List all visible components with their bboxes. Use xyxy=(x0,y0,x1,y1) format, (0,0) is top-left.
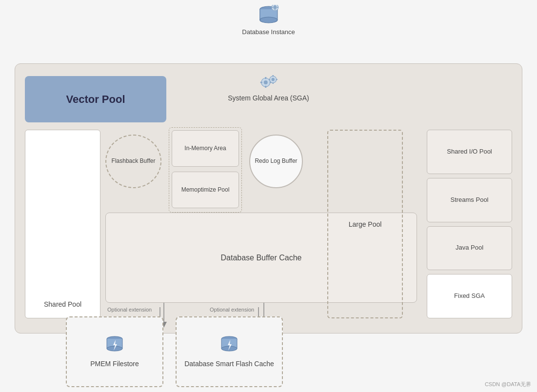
redo-log-buffer: Redo Log Buffer xyxy=(249,135,303,188)
svg-rect-9 xyxy=(272,7,273,8)
svg-point-12 xyxy=(263,80,267,84)
java-pool: Java Pool xyxy=(427,226,512,271)
db-buffer-cache-label: Database Buffer Cache xyxy=(220,254,301,262)
flash-cache-icon xyxy=(218,335,241,355)
flashback-buffer-label: Flashback Buffer xyxy=(112,157,156,165)
svg-rect-10 xyxy=(277,7,278,8)
svg-point-18 xyxy=(271,78,274,81)
memoptimize-pool: Memoptimize Pool xyxy=(172,172,239,208)
vector-pool-label: Vector Pool xyxy=(66,93,125,106)
shared-pool-label: Shared Pool xyxy=(44,300,81,308)
svg-point-6 xyxy=(273,6,277,9)
shared-io-pool: Shared I/O Pool xyxy=(427,130,512,174)
svg-rect-19 xyxy=(272,75,274,77)
redo-log-buffer-label: Redo Log Buffer xyxy=(255,157,297,165)
svg-point-2 xyxy=(260,17,278,23)
shared-pool: Shared Pool xyxy=(25,130,100,318)
shared-io-pool-label: Shared I/O Pool xyxy=(447,148,492,156)
sga-label-area: System Global Area (SGA) xyxy=(228,73,309,102)
inmemory-container: In-Memory Area Memoptimize Pool xyxy=(169,127,242,213)
vector-pool: Vector Pool xyxy=(25,76,166,122)
db-instance: Database Instance xyxy=(242,5,295,37)
db-instance-icon xyxy=(257,5,281,26)
main-container: Database Instance System Global Area (SG… xyxy=(0,0,537,392)
svg-rect-8 xyxy=(275,9,276,10)
optional-ext-label-2: Optional extension xyxy=(210,307,254,313)
fixed-sga: Fixed SGA xyxy=(427,274,512,318)
db-smart-flash-cache-label: Database Smart Flash Cache xyxy=(184,359,274,369)
svg-rect-22 xyxy=(276,79,277,80)
sga-label: System Global Area (SGA) xyxy=(228,94,309,102)
inmemory-area: In-Memory Area xyxy=(172,130,239,167)
optional-ext-label-1: Optional extension xyxy=(107,307,152,313)
db-smart-flash-cache-box: Database Smart Flash Cache xyxy=(176,316,283,387)
large-pool: Large Pool xyxy=(327,130,403,318)
fixed-sga-label: Fixed SGA xyxy=(454,292,485,300)
flashback-buffer: Flashback Buffer xyxy=(105,135,161,188)
svg-rect-7 xyxy=(275,5,276,6)
pmem-filestore-label: PMEM Filestore xyxy=(90,359,139,369)
large-pool-label: Large Pool xyxy=(349,220,382,228)
memoptimize-pool-label: Memoptimize Pool xyxy=(181,186,230,194)
svg-rect-20 xyxy=(272,82,274,84)
db-instance-label: Database Instance xyxy=(242,28,295,37)
pmem-icon xyxy=(103,335,126,355)
inmemory-area-label: In-Memory Area xyxy=(184,145,226,153)
svg-rect-15 xyxy=(260,82,262,83)
svg-rect-21 xyxy=(268,79,270,80)
java-pool-label: Java Pool xyxy=(456,244,483,252)
svg-rect-14 xyxy=(265,86,266,88)
pmem-filestore-box: PMEM Filestore xyxy=(66,316,163,387)
streams-pool: Streams Pool xyxy=(427,178,512,222)
watermark: CSDN @DATA无界 xyxy=(485,381,531,388)
right-pools: Shared I/O Pool Streams Pool Java Pool F… xyxy=(427,130,512,318)
sga-icon xyxy=(256,73,280,92)
svg-rect-13 xyxy=(265,77,266,79)
sga-box: System Global Area (SGA) Vector Pool Sha… xyxy=(15,63,522,333)
streams-pool-label: Streams Pool xyxy=(450,196,488,204)
